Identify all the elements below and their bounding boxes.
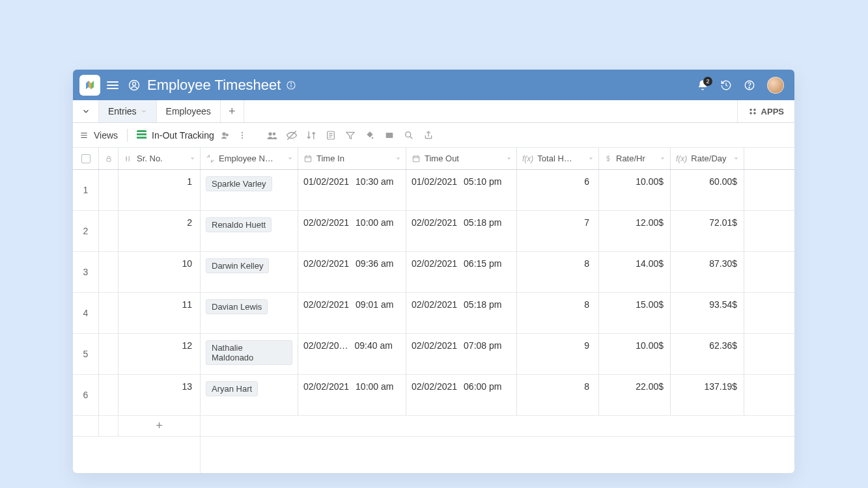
cell-timeout[interactable]: 01/02/202105:10 pm [406,170,517,210]
cell-totalhours[interactable]: 9 [517,334,599,374]
avatar[interactable] [767,77,784,94]
cell-timein[interactable]: 02/02/202110:00 am [298,211,406,251]
column-header-timein[interactable]: Time In [298,148,406,169]
info-icon[interactable] [286,80,296,90]
cell-totalhours[interactable]: 6 [517,170,599,210]
table-row[interactable]: 5 12 Nathalie Maldonado 02/02/20…09:40 a… [73,334,794,375]
employee-tag[interactable]: Darwin Kelley [206,258,269,273]
column-header-timeout[interactable]: Time Out [406,148,517,169]
cell-ratehr[interactable]: 22.00$ [599,375,671,415]
more-vertical-icon[interactable] [236,129,248,141]
cell-ratehr[interactable]: 10.00$ [599,334,671,374]
add-tab-button[interactable]: + [221,100,244,122]
filter-icon[interactable] [344,129,356,141]
cell-srno[interactable]: 11 [119,293,201,333]
cell-srno[interactable]: 12 [119,334,201,374]
chevron-down-icon [287,155,294,162]
employee-tag[interactable]: Davian Lewis [206,299,268,314]
history-icon[interactable] [720,79,732,91]
cell-totalhours[interactable]: 8 [517,375,599,415]
cell-totalhours[interactable]: 8 [517,252,599,292]
column-header-srno[interactable]: Sr. No. [119,148,201,169]
cell-timein[interactable]: 02/02/202109:36 am [298,252,406,292]
cell-employee[interactable]: Davian Lewis [201,293,298,333]
table-row[interactable]: 6 13 Aryan Hart 02/02/202110:00 am 02/02… [73,375,794,416]
table-row[interactable]: 1 1 Sparkle Varley 01/02/202110:30 am 01… [73,170,794,211]
cell-employee[interactable]: Darwin Kelley [201,252,298,292]
hamburger-menu[interactable] [107,81,119,89]
cell-totalhours[interactable]: 8 [517,293,599,333]
column-header-ratehr[interactable]: Rate/Hr [599,148,671,169]
table-row[interactable]: 2 2 Renaldo Huett 02/02/202110:00 am 02/… [73,211,794,252]
apps-button[interactable]: APPS [737,100,794,122]
cell-employee[interactable]: Nathalie Maldonado [201,334,298,374]
hide-icon[interactable] [286,129,298,141]
sort-icon[interactable] [305,129,317,141]
cell-srno[interactable]: 2 [119,211,201,251]
cell-rateday[interactable]: 137.19$ [671,375,744,415]
cell-ratehr[interactable]: 10.00$ [599,170,671,210]
cell-timeout[interactable]: 02/02/202105:18 pm [406,293,517,333]
share-icon[interactable] [219,129,231,141]
table-row[interactable]: 4 11 Davian Lewis 02/02/202109:01 am 02/… [73,293,794,334]
form-icon[interactable] [325,129,337,141]
cell-srno[interactable]: 10 [119,252,201,292]
employee-tag[interactable]: Sparkle Varley [206,176,272,191]
app-logo[interactable] [79,75,100,96]
export-icon[interactable] [423,129,434,141]
cell-timeout[interactable]: 02/02/202107:08 pm [406,334,517,374]
account-icon[interactable] [128,79,141,92]
row-height-icon[interactable] [384,129,395,141]
svg-point-9 [749,112,752,115]
cell-ratehr[interactable]: 14.00$ [599,252,671,292]
employee-tag[interactable]: Nathalie Maldonado [206,340,292,365]
collaborators-icon[interactable] [266,129,278,141]
svg-point-20 [273,132,276,135]
add-row-button[interactable]: + [73,416,794,437]
cell-employee[interactable]: Renaldo Huett [201,211,298,251]
tab-entries[interactable]: Entries [99,100,157,122]
employee-tag[interactable]: Aryan Hart [206,381,258,396]
svg-marker-47 [589,157,593,159]
cell-ratehr[interactable]: 15.00$ [599,293,671,333]
cell-ratehr[interactable]: 12.00$ [599,211,671,251]
cell-timein[interactable]: 02/02/202109:01 am [298,293,406,333]
lock-column-header[interactable] [99,148,119,169]
cell-timein[interactable]: 01/02/202110:30 am [298,170,406,210]
cell-rateday[interactable]: 60.00$ [671,170,744,210]
tab-employees[interactable]: Employees [157,100,221,122]
row-index: 2 [73,211,99,251]
notifications-button[interactable]: 2 [697,79,708,91]
cell-rateday[interactable]: 62.36$ [671,334,744,374]
select-all-checkbox[interactable] [73,148,99,169]
help-icon[interactable] [744,79,755,91]
cell-timein[interactable]: 02/02/202110:00 am [298,375,406,415]
cell-empty [744,293,794,333]
column-header-rateday[interactable]: f(x) Rate/Day [671,148,744,169]
cell-rateday[interactable]: 87.30$ [671,252,744,292]
cell-employee[interactable]: Sparkle Varley [201,170,298,210]
color-icon[interactable] [364,129,376,141]
tabs-expand-button[interactable] [73,100,99,122]
search-icon[interactable] [403,129,415,141]
cell-srno[interactable]: 1 [119,170,201,210]
sheet-selector[interactable]: In-Out Tracking [137,129,248,141]
svg-marker-26 [346,132,354,139]
column-header-employee[interactable]: Employee N… [201,148,298,169]
cell-rateday[interactable]: 72.01$ [671,211,744,251]
cell-totalhours[interactable]: 7 [517,211,599,251]
table-row[interactable]: 3 10 Darwin Kelley 02/02/202109:36 am 02… [73,252,794,293]
cell-timeout[interactable]: 02/02/202106:00 pm [406,375,517,415]
tab-entries-label: Entries [108,106,137,116]
cell-timeout[interactable]: 02/02/202106:15 pm [406,252,517,292]
views-button[interactable]: Views [79,130,118,141]
cell-timeout[interactable]: 02/02/202105:18 pm [406,211,517,251]
grid-remainder [73,437,794,473]
employee-tag[interactable]: Renaldo Huett [206,217,272,232]
column-header-totalhours[interactable]: f(x) Total H… [517,148,599,169]
cell-rateday[interactable]: 93.54$ [671,293,744,333]
cell-srno[interactable]: 13 [119,375,201,415]
svg-point-29 [405,131,410,137]
cell-timein[interactable]: 02/02/20…09:40 am [298,334,406,374]
cell-employee[interactable]: Aryan Hart [201,375,298,415]
